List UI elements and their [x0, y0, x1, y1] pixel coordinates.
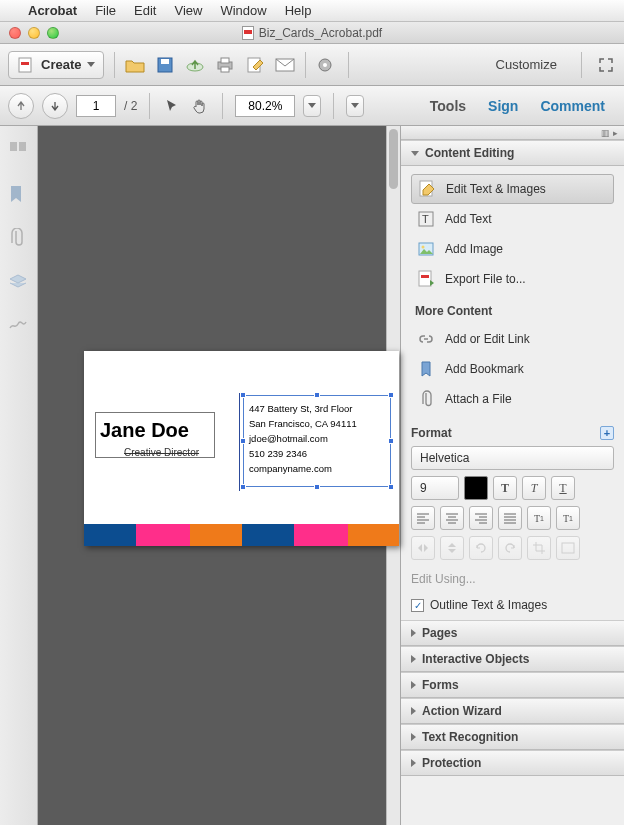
card-address[interactable]: 447 Battery St, 3rd Floor San Francisco,… — [249, 401, 357, 476]
justify-button[interactable] — [498, 506, 522, 530]
underline-button[interactable]: T — [551, 476, 575, 500]
svg-rect-1 — [21, 62, 29, 65]
open-icon[interactable] — [125, 55, 145, 75]
separator — [222, 93, 223, 119]
signatures-icon[interactable] — [8, 316, 30, 338]
edit-text-images-tool[interactable]: Edit Text & Images — [411, 174, 614, 204]
tools-tab[interactable]: Tools — [419, 86, 477, 126]
edit-using-label: Edit Using... — [411, 572, 476, 586]
add-text-label: Add Text — [445, 212, 491, 226]
email-icon[interactable] — [275, 55, 295, 75]
save-icon[interactable] — [155, 55, 175, 75]
menu-help[interactable]: Help — [285, 3, 312, 18]
menu-window[interactable]: Window — [220, 3, 266, 18]
menu-file[interactable]: File — [95, 3, 116, 18]
forms-header[interactable]: Forms — [401, 672, 624, 698]
text-recognition-header[interactable]: Text Recognition — [401, 724, 624, 750]
side-panel-tabs: Tools Sign Comment — [419, 86, 616, 126]
align-right-button[interactable] — [469, 506, 493, 530]
select-tool-icon[interactable] — [162, 96, 182, 116]
subscript-button[interactable]: T1 — [556, 506, 580, 530]
interactive-objects-header[interactable]: Interactive Objects — [401, 646, 624, 672]
card-role[interactable]: Creative Director — [124, 447, 199, 458]
zoom-input[interactable] — [235, 95, 295, 117]
menu-edit[interactable]: Edit — [134, 3, 156, 18]
rotate-cw-button[interactable] — [498, 536, 522, 560]
outline-checkbox[interactable]: ✓ Outline Text & Images — [411, 598, 614, 612]
bookmarks-icon[interactable] — [8, 184, 30, 206]
dropdown-icon — [351, 103, 359, 108]
main-toolbar: Create Customize — [0, 44, 624, 86]
rotate-ccw-button[interactable] — [469, 536, 493, 560]
bold-button[interactable]: T — [493, 476, 517, 500]
panel-controls[interactable]: ▥ ▸ — [401, 126, 624, 140]
pages-header[interactable]: Pages — [401, 620, 624, 646]
sign-tab[interactable]: Sign — [477, 86, 529, 126]
svg-rect-21 — [562, 543, 574, 553]
cloud-icon[interactable] — [185, 55, 205, 75]
page-total: / 2 — [124, 99, 137, 113]
scroll-thumb[interactable] — [389, 129, 398, 189]
page-number-input[interactable] — [76, 95, 116, 117]
add-link-tool[interactable]: Add or Edit Link — [411, 324, 614, 354]
comment-tab[interactable]: Comment — [529, 86, 616, 126]
format-label: Format — [411, 426, 452, 440]
separator — [348, 52, 349, 78]
content-editing-header[interactable]: Content Editing — [401, 140, 624, 166]
add-image-icon — [417, 240, 435, 258]
customize-menu[interactable]: Customize — [496, 57, 563, 72]
fullscreen-icon[interactable] — [596, 55, 616, 75]
expand-format-button[interactable]: + — [600, 426, 614, 440]
italic-button[interactable]: T — [522, 476, 546, 500]
sign-doc-icon[interactable] — [245, 55, 265, 75]
superscript-button[interactable]: T1 — [527, 506, 551, 530]
navigation-pane — [0, 126, 38, 825]
attach-file-tool[interactable]: Attach a File — [411, 384, 614, 414]
stripe-segment — [84, 524, 136, 546]
checkbox-icon: ✓ — [411, 599, 424, 612]
protection-header[interactable]: Protection — [401, 750, 624, 776]
svg-rect-13 — [19, 142, 26, 151]
edit-using-dropdown[interactable]: Edit Using... — [411, 572, 614, 586]
add-bookmark-tool[interactable]: Add Bookmark — [411, 354, 614, 384]
svg-point-18 — [422, 246, 425, 249]
card-name[interactable]: Jane Doe — [100, 419, 189, 442]
font-dropdown[interactable]: Helvetica — [411, 446, 614, 470]
add-text-tool[interactable]: T Add Text — [411, 204, 614, 234]
pdf-page[interactable]: Jane Doe Creative Director 447 Battery S… — [84, 351, 399, 546]
crop-button[interactable] — [527, 536, 551, 560]
stripe-segment — [136, 524, 190, 546]
action-wizard-header[interactable]: Action Wizard — [401, 698, 624, 724]
align-center-button[interactable] — [440, 506, 464, 530]
add-image-tool[interactable]: Add Image — [411, 234, 614, 264]
outline-label: Outline Text & Images — [430, 598, 547, 612]
layers-icon[interactable] — [8, 272, 30, 294]
hand-tool-icon[interactable] — [190, 96, 210, 116]
app-name[interactable]: Acrobat — [28, 3, 77, 18]
print-icon[interactable] — [215, 55, 235, 75]
menu-view[interactable]: View — [174, 3, 202, 18]
gear-icon[interactable] — [316, 55, 338, 75]
zoom-dropdown[interactable] — [303, 95, 321, 117]
window-title: Biz_Cards_Acrobat.pdf — [0, 26, 624, 40]
stripe-segment — [242, 524, 294, 546]
next-page-button[interactable] — [42, 93, 68, 119]
document-canvas[interactable]: Jane Doe Creative Director 447 Battery S… — [38, 126, 400, 825]
addr-line: companyname.com — [249, 461, 357, 476]
prev-page-button[interactable] — [8, 93, 34, 119]
thumbnails-icon[interactable] — [8, 140, 30, 162]
svg-rect-3 — [161, 59, 169, 64]
font-size: 9 — [420, 481, 427, 495]
flip-v-button[interactable] — [440, 536, 464, 560]
align-left-button[interactable] — [411, 506, 435, 530]
create-label: Create — [41, 57, 81, 72]
create-button[interactable]: Create — [8, 51, 104, 79]
separator — [581, 52, 582, 78]
attachments-icon[interactable] — [8, 228, 30, 250]
flip-h-button[interactable] — [411, 536, 435, 560]
replace-image-button[interactable] — [556, 536, 580, 560]
font-size-dropdown[interactable]: 9 — [411, 476, 459, 500]
export-tool[interactable]: Export File to... — [411, 264, 614, 294]
view-dropdown[interactable] — [346, 95, 364, 117]
text-color-swatch[interactable] — [464, 476, 488, 500]
